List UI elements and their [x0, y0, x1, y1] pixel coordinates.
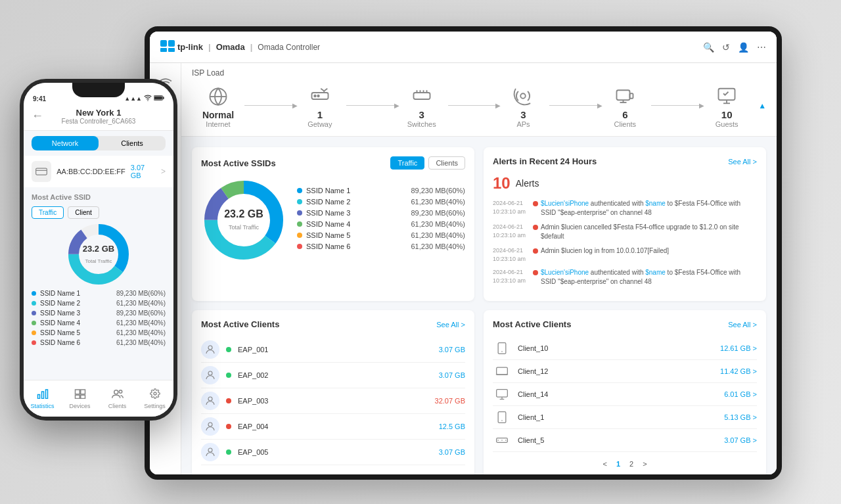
svg-point-42	[208, 397, 212, 401]
svg-point-76	[119, 390, 122, 393]
omada-main: ISP Load Normal	[181, 63, 777, 474]
svg-rect-28	[617, 90, 630, 100]
phone-network-device-icon	[32, 161, 51, 182]
phone-nav-clients[interactable]: Clients	[99, 388, 136, 409]
clients-panel-title: Most Active Clients	[201, 319, 279, 329]
device-item-1: Client_10 12.61 GB >	[493, 337, 757, 360]
sep2: |	[250, 42, 253, 52]
client-value-4: 12.5 GB	[439, 423, 465, 430]
page-next[interactable]: >	[640, 459, 649, 469]
svg-point-12	[314, 95, 316, 97]
alert-text-4: $Lucien'siPhone authenticated with $name…	[541, 268, 757, 286]
user-icon[interactable]: 👤	[738, 42, 749, 53]
aps-value: 3	[520, 109, 526, 120]
connector-1: ▶	[244, 105, 294, 106]
sep1: |	[208, 42, 211, 52]
client-item-4: EAP_004 12.5 GB	[201, 414, 465, 440]
svg-rect-3	[168, 48, 175, 52]
phone-status-icons: ▲▲▲	[124, 95, 164, 103]
phone-network-item: AA:BB:CC:DD:EE:FF 3.07 GB >	[24, 156, 173, 187]
phone: 9:41 ▲▲▲	[20, 79, 177, 421]
phone-ssid-dot-3	[32, 311, 36, 315]
client-avatar-1	[201, 340, 219, 359]
svg-point-40	[208, 346, 212, 350]
right-clients-see-all[interactable]: See All >	[728, 321, 757, 329]
device-item-5: Client_5 3.07 GB >	[493, 429, 757, 452]
phone-ssid-name-6: SSID Name 6	[40, 339, 112, 346]
device-name-5: Client_5	[518, 436, 717, 444]
client-item-2: EAP_002 3.07 GB	[201, 363, 465, 388]
client-avatar-3	[201, 392, 219, 410]
svg-point-27	[521, 93, 526, 99]
phone-back-icon[interactable]: ←	[32, 109, 43, 123]
client-name-2: EAP_002	[238, 371, 432, 379]
alert-text-1: $Lucien'siPhone authenticated with $name…	[541, 199, 757, 218]
isp-expand-button[interactable]: ▲	[758, 101, 766, 110]
alert-item-3: 2024-06-2110:23:10 am Admin $lucien log …	[493, 246, 757, 263]
refresh-icon[interactable]: ↺	[722, 42, 730, 53]
app-name: Omada Controller	[258, 43, 320, 52]
phone-ssid-dot-1	[32, 291, 36, 296]
settings-nav-icon	[149, 388, 161, 401]
svg-point-56	[505, 440, 507, 441]
alerts-count-row: 10 Alerts	[493, 174, 757, 193]
phone-traffic-tabs: Traffic Client	[32, 206, 166, 219]
more-icon[interactable]: ⋯	[757, 42, 766, 53]
phone-donut-sublabel: Total Traffic	[85, 258, 112, 264]
alerts-panel-header: Alerts in Recent 24 Hours See All >	[493, 156, 757, 166]
phone-nav-statistics[interactable]: Statistics	[24, 388, 61, 409]
donut-sublabel: Total Traffic	[229, 224, 259, 231]
phone-tab-network[interactable]: Network	[32, 136, 99, 150]
alert-dot-3	[533, 248, 538, 254]
ssid-panel-body: 23.2 GB Total Traffic SSID Name 1 89,230…	[201, 177, 465, 263]
ssid-dot-4	[297, 221, 302, 227]
svg-point-77	[154, 392, 156, 395]
connector-3: ▶	[448, 105, 497, 106]
svg-rect-62	[36, 168, 47, 175]
ssid-val-5: 61,230 MB(40%)	[411, 231, 465, 239]
phone-ssid-1: SSID Name 1 89,230 MB(60%)	[32, 290, 166, 297]
phone-network-value: 3.07 GB	[131, 164, 156, 179]
switches-icon	[409, 83, 435, 109]
clients-see-all[interactable]: See All >	[436, 321, 465, 329]
client-name-4: EAP_004	[238, 423, 432, 430]
phone-donut-center: 23.2 GB Total Traffic	[83, 244, 114, 265]
header-icons: 🔍 ↺ 👤 ⋯	[703, 42, 766, 53]
ssid-item-1: SSID Name 1 89,230 MB(60%)	[297, 187, 465, 195]
ssid-item-2: SSID Name 2 61,230 MB(40%)	[297, 198, 465, 206]
phone-ssid-name-4: SSID Name 4	[40, 319, 112, 327]
phone-ssid-4: SSID Name 4 61,230 MB(40%)	[32, 319, 166, 327]
phone-nav-settings-label: Settings	[144, 403, 166, 409]
page-prev[interactable]: <	[600, 459, 609, 469]
svg-rect-61	[154, 96, 162, 99]
alerts-see-all[interactable]: See All >	[728, 158, 757, 166]
phone-traffic-tab-traffic[interactable]: Traffic	[32, 206, 64, 219]
wifi-icon	[144, 95, 152, 103]
clients-icon	[612, 83, 638, 109]
ssid-panel-title: Most Active SSIDs	[201, 158, 276, 168]
ssid-tab-clients[interactable]: Clients	[428, 156, 465, 170]
svg-line-16	[321, 89, 324, 91]
phone-ssid-5: SSID Name 5 61,230 MB(40%)	[32, 329, 166, 336]
svg-point-54	[497, 440, 499, 441]
ssid-tab-traffic[interactable]: Traffic	[390, 156, 424, 170]
phone-nav-settings[interactable]: Settings	[136, 388, 173, 409]
ssid-panel-actions: Traffic Clients	[390, 156, 465, 170]
search-icon[interactable]: 🔍	[703, 42, 714, 53]
switches-value: 3	[419, 109, 424, 120]
ssid-name-1: SSID Name 1	[306, 187, 407, 195]
clients-label: Clients	[614, 120, 637, 128]
phone-ssid-name-3: SSID Name 3	[40, 309, 112, 317]
alert-item-1: 2024-06-2110:23:10 am $Lucien'siPhone au…	[493, 199, 757, 218]
page-2[interactable]: 2	[627, 459, 636, 469]
page-1[interactable]: 1	[614, 459, 623, 469]
guests-icon	[714, 83, 740, 109]
phone-traffic-tab-client[interactable]: Client	[68, 206, 99, 219]
phone-tab-clients[interactable]: Clients	[99, 136, 166, 150]
svg-rect-71	[75, 390, 80, 394]
gateway-icon	[307, 83, 333, 109]
ssid-name-5: SSID Name 5	[306, 231, 407, 239]
phone-nav-devices[interactable]: Devices	[61, 388, 99, 409]
donut-value: 23.2 GB	[224, 208, 263, 220]
alerts-panel-title: Alerts in Recent 24 Hours	[493, 156, 597, 166]
